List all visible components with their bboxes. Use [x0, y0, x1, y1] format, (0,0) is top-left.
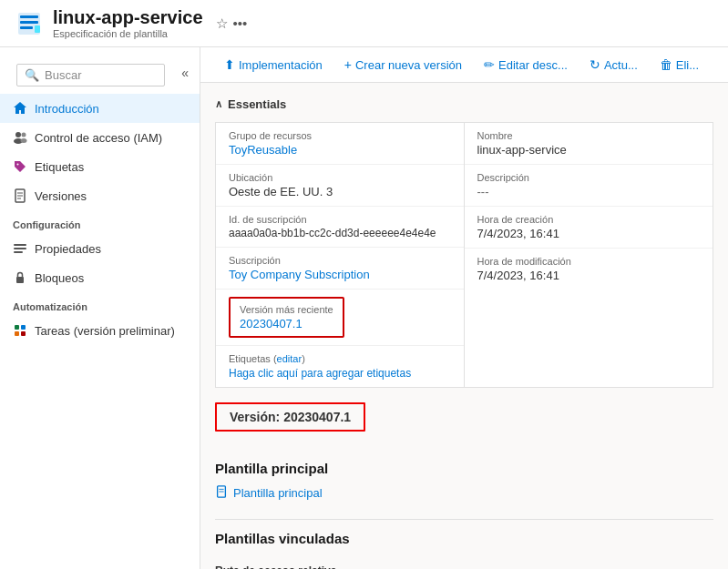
field-nombre: Nombre linux-app-service — [465, 123, 713, 165]
table-header: Ruta de acceso relativa — [215, 555, 713, 569]
svg-rect-3 — [20, 26, 33, 29]
page-header: linux-app-service Especificación de plan… — [0, 0, 728, 47]
etiquetas-edit-link[interactable]: editar — [277, 353, 302, 364]
field-etiquetas: Etiquetas (editar) Haga clic aquí para a… — [216, 346, 464, 387]
main-template-link-label: Plantilla principal — [233, 486, 323, 500]
doc-small-icon — [215, 485, 228, 501]
sidebar-item-etiquetas[interactable]: Etiquetas — [0, 152, 200, 181]
tag-icon — [13, 159, 27, 174]
header-actions: ☆ ••• — [216, 15, 248, 32]
version-banner: Versión: 20230407.1 — [215, 402, 365, 432]
sidebar-item-tareas-label: Tareas (versión preliminar) — [35, 324, 175, 338]
lock-icon — [13, 270, 27, 285]
svg-rect-1 — [20, 15, 38, 18]
edit-icon: ✏ — [484, 57, 495, 72]
field-version-reciente: Versión más reciente 20230407.1 — [216, 290, 464, 346]
version-reciente-value: 20230407.1 — [240, 317, 333, 330]
toolbar: ⬆ Implementación + Crear nueva versión ✏… — [200, 47, 728, 83]
essentials-title: Essentials — [228, 97, 286, 111]
favorite-icon[interactable]: ☆ — [216, 15, 228, 32]
suscripcion-value: Toy Company Subscription — [229, 268, 451, 281]
col-header-ruta: Ruta de acceso relativa — [215, 561, 713, 569]
svg-point-5 — [15, 132, 21, 137]
sidebar-item-propiedades[interactable]: Propiedades — [0, 234, 200, 263]
grupo-recursos-label: Grupo de recursos — [229, 130, 451, 141]
grupo-recursos-value: ToyReusable — [229, 143, 451, 157]
delete-icon: 🗑 — [660, 57, 672, 72]
sidebar-item-propiedades-label: Propiedades — [35, 242, 101, 256]
refresh-icon: ↻ — [590, 57, 600, 72]
collapse-button[interactable]: « — [178, 62, 192, 84]
svg-rect-2 — [20, 21, 38, 24]
etiquetas-add-link[interactable]: Haga clic aquí para agregar etiquetas — [229, 367, 411, 380]
version-reciente-label: Versión más reciente — [240, 304, 333, 315]
sidebar-item-versiones[interactable]: Versiones — [0, 181, 200, 210]
resource-icon — [15, 9, 44, 38]
suscripcion-link[interactable]: Toy Company Subscription — [229, 268, 370, 281]
grupo-recursos-link[interactable]: ToyReusable — [229, 143, 297, 157]
home-icon — [13, 101, 27, 116]
sidebar-item-introduccion[interactable]: Introducción — [0, 94, 200, 123]
hora-creacion-value: 7/4/2023, 16:41 — [477, 227, 701, 240]
essentials-header[interactable]: ∧ Essentials — [215, 97, 713, 111]
svg-point-7 — [22, 133, 26, 137]
descripcion-value: --- — [477, 185, 701, 198]
field-suscripcion: Suscripción Toy Company Subscription — [216, 248, 464, 290]
field-suscripcion-id: Id. de suscripción aaaa0a0a-bb1b-cc2c-dd… — [216, 207, 464, 248]
implementacion-button[interactable]: ⬆ Implementación — [215, 53, 332, 76]
page-title: linux-app-service — [53, 7, 203, 28]
sidebar-item-tareas[interactable]: Tareas (versión preliminar) — [0, 316, 200, 345]
task-icon — [13, 323, 27, 338]
hora-modificacion-label: Hora de modificación — [477, 256, 701, 267]
svg-rect-16 — [16, 277, 24, 283]
main-content: ∧ Essentials Grupo de recursos ToyReusab… — [200, 83, 728, 569]
svg-rect-14 — [14, 248, 26, 249]
main-template-section: Plantilla principal Plantilla principal — [215, 461, 713, 501]
suscripcion-id-value: aaaa0a0a-bb1b-cc2c-dd3d-eeeeee4e4e4e — [229, 227, 451, 239]
ubicacion-label: Ubicación — [229, 172, 451, 183]
version-reciente-link[interactable]: 20230407.1 — [240, 317, 302, 330]
list-icon — [13, 241, 27, 256]
sidebar-item-control-acceso[interactable]: Control de acceso (IAM) — [0, 123, 200, 152]
ubicacion-value: Oeste de EE. UU. 3 — [229, 185, 451, 198]
doc-icon — [13, 188, 27, 203]
sidebar-item-control-acceso-label: Control de acceso (IAM) — [35, 131, 162, 145]
search-input[interactable] — [45, 68, 157, 82]
page-subtitle: Especificación de plantilla — [53, 28, 203, 39]
svg-rect-18 — [21, 325, 26, 330]
more-options-icon[interactable]: ••• — [233, 15, 248, 31]
essentials-left-col: Grupo de recursos ToyReusable Ubicación … — [216, 123, 465, 387]
nueva-version-button[interactable]: + Crear nueva versión — [335, 53, 471, 76]
essentials-right-col: Nombre linux-app-service Descripción ---… — [465, 123, 713, 387]
search-icon: 🔍 — [25, 68, 39, 82]
main-template-title: Plantilla principal — [215, 461, 713, 476]
sidebar-item-introduccion-label: Introducción — [35, 102, 99, 116]
sidebar-item-bloqueos-label: Bloqueos — [35, 271, 84, 285]
sidebar-item-etiquetas-label: Etiquetas — [35, 160, 84, 174]
svg-rect-20 — [21, 331, 26, 336]
field-hora-creacion: Hora de creación 7/4/2023, 16:41 — [465, 207, 713, 249]
suscripcion-id-label: Id. de suscripción — [229, 214, 451, 225]
sidebar-item-versiones-label: Versiones — [35, 189, 87, 203]
hora-modificacion-value: 7/4/2023, 16:41 — [477, 269, 701, 282]
etiquetas-add-value: Haga clic aquí para agregar etiquetas — [229, 366, 451, 380]
descripcion-label: Descripción — [477, 172, 701, 183]
svg-rect-19 — [15, 331, 19, 336]
eliminar-button[interactable]: 🗑 Eli... — [651, 53, 708, 76]
sidebar: 🔍 « Introducción Control de acceso (IAM) — [0, 47, 200, 569]
actualizar-button[interactable]: ↻ Actu... — [580, 53, 647, 76]
sidebar-item-bloqueos[interactable]: Bloqueos — [0, 263, 200, 292]
editar-desc-button[interactable]: ✏ Editar desc... — [475, 53, 577, 76]
people-icon — [13, 130, 27, 145]
chevron-down-icon: ∧ — [215, 98, 222, 110]
svg-rect-17 — [15, 325, 19, 330]
svg-rect-13 — [14, 244, 26, 246]
field-descripcion: Descripción --- — [465, 165, 713, 207]
svg-rect-4 — [35, 25, 40, 33]
search-box[interactable]: 🔍 — [16, 64, 165, 86]
svg-rect-15 — [14, 251, 23, 253]
etiquetas-label: Etiquetas (editar) — [229, 353, 451, 364]
main-template-link[interactable]: Plantilla principal — [215, 485, 713, 501]
nombre-label: Nombre — [477, 130, 701, 141]
plus-icon: + — [344, 57, 352, 72]
